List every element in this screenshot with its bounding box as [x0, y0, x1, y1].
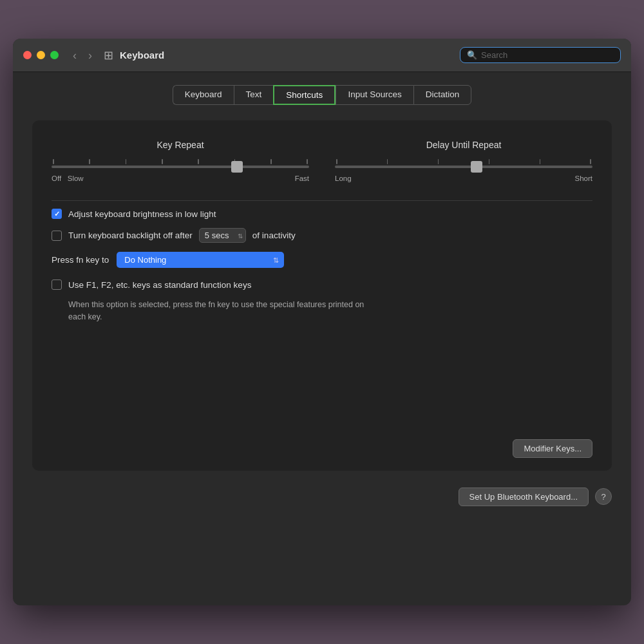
- search-box[interactable]: 🔍: [460, 47, 621, 63]
- forward-button[interactable]: ›: [84, 48, 96, 62]
- function-keys-checkbox-row: Use F1, F2, etc. keys as standard functi…: [52, 279, 592, 290]
- inactivity-label: of inactivity: [252, 231, 296, 240]
- tick: [540, 159, 541, 164]
- fn-key-row: Press fn key to Do Nothing Change Input …: [52, 252, 592, 268]
- traffic-lights: [23, 51, 59, 59]
- bottom-bar: Set Up Bluetooth Keyboard... ?: [32, 481, 612, 506]
- keyboard-preferences-window: ‹ › ⊞ Keyboard 🔍 Keyboard Text Shortcuts…: [13, 39, 631, 605]
- tick: [89, 159, 90, 164]
- delay-repeat-slider-container: [335, 159, 592, 168]
- tick: [590, 159, 591, 164]
- key-repeat-ticks: [52, 159, 309, 164]
- settings-panel: Key Repeat: [32, 120, 612, 471]
- search-input[interactable]: [481, 50, 614, 60]
- function-keys-block: Use F1, F2, etc. keys as standard functi…: [52, 279, 592, 323]
- tab-shortcuts[interactable]: Shortcuts: [273, 85, 336, 105]
- delay-repeat-group: Delay Until Repeat: [335, 140, 592, 182]
- minimize-button[interactable]: [37, 51, 45, 59]
- tab-keyboard[interactable]: Keyboard: [173, 85, 234, 105]
- bluetooth-button[interactable]: Set Up Bluetooth Keyboard...: [459, 488, 589, 506]
- titlebar: ‹ › ⊞ Keyboard 🔍: [13, 39, 631, 72]
- separator: [52, 200, 592, 201]
- tick: [126, 159, 127, 164]
- backlight-select-wrapper: 5 secs 1 min 5 mins Never: [199, 228, 246, 243]
- key-repeat-slider-container: [52, 159, 309, 168]
- function-keys-checkbox[interactable]: [52, 279, 62, 290]
- close-button[interactable]: [23, 51, 32, 59]
- delay-repeat-ticks: [335, 159, 592, 164]
- backlight-row: Turn keyboard backlight off after 5 secs…: [52, 228, 592, 243]
- delay-repeat-label: Delay Until Repeat: [426, 140, 502, 150]
- window-title: Keyboard: [120, 50, 460, 61]
- modifier-row: Modifier Keys...: [52, 439, 592, 458]
- fn-key-select-wrapper: Do Nothing Change Input Source Open Emoj…: [117, 252, 284, 268]
- tick: [198, 159, 199, 164]
- key-repeat-group: Key Repeat: [52, 140, 309, 182]
- delay-repeat-slider-labels: Long Short: [335, 175, 592, 182]
- tick: [307, 159, 308, 164]
- modifier-keys-button[interactable]: Modifier Keys...: [513, 439, 592, 458]
- tick: [489, 159, 490, 164]
- function-keys-description: When this option is selected, press the …: [68, 299, 592, 323]
- tab-dictation[interactable]: Dictation: [413, 85, 472, 105]
- delay-repeat-thumb[interactable]: [471, 161, 482, 173]
- fn-key-label: Press fn key to: [52, 255, 109, 265]
- content-area: Keyboard Text Shortcuts Input Sources Di…: [13, 72, 631, 605]
- search-icon: 🔍: [467, 50, 477, 60]
- tick: [162, 159, 163, 164]
- key-repeat-thumb[interactable]: [231, 161, 243, 173]
- delay-repeat-right-label: Short: [575, 175, 593, 182]
- tick: [53, 159, 54, 164]
- tick: [387, 159, 388, 164]
- delay-repeat-track: [335, 166, 592, 168]
- brightness-label: Adjust keyboard brightness in low light: [68, 209, 216, 219]
- key-repeat-label: Key Repeat: [156, 140, 204, 150]
- key-repeat-track: [52, 166, 309, 168]
- tick: [336, 159, 337, 164]
- backlight-select[interactable]: 5 secs 1 min 5 mins Never: [199, 228, 246, 243]
- tick: [438, 159, 439, 164]
- back-button[interactable]: ‹: [69, 48, 80, 62]
- brightness-checkbox[interactable]: [52, 209, 62, 219]
- app-grid-icon[interactable]: ⊞: [104, 48, 113, 62]
- function-keys-label: Use F1, F2, etc. keys as standard functi…: [68, 280, 251, 290]
- key-repeat-slider-labels: Off Slow Fast: [52, 175, 309, 182]
- backlight-label: Turn keyboard backlight off after: [68, 231, 193, 240]
- help-button[interactable]: ?: [595, 488, 612, 505]
- tabs-bar: Keyboard Text Shortcuts Input Sources Di…: [32, 85, 612, 105]
- tick: [270, 159, 272, 164]
- fn-key-select[interactable]: Do Nothing Change Input Source Open Emoj…: [117, 252, 284, 268]
- key-repeat-right-label: Fast: [295, 175, 309, 182]
- brightness-row: Adjust keyboard brightness in low light: [52, 209, 592, 219]
- delay-repeat-left-label: Long: [335, 175, 352, 182]
- fullscreen-button[interactable]: [50, 51, 59, 59]
- nav-buttons: ‹ ›: [69, 48, 96, 62]
- tab-input-sources[interactable]: Input Sources: [336, 85, 413, 105]
- backlight-checkbox[interactable]: [52, 231, 62, 241]
- sliders-section: Key Repeat: [52, 140, 592, 182]
- tab-text[interactable]: Text: [234, 85, 274, 105]
- key-repeat-left-label: Off Slow: [52, 175, 84, 182]
